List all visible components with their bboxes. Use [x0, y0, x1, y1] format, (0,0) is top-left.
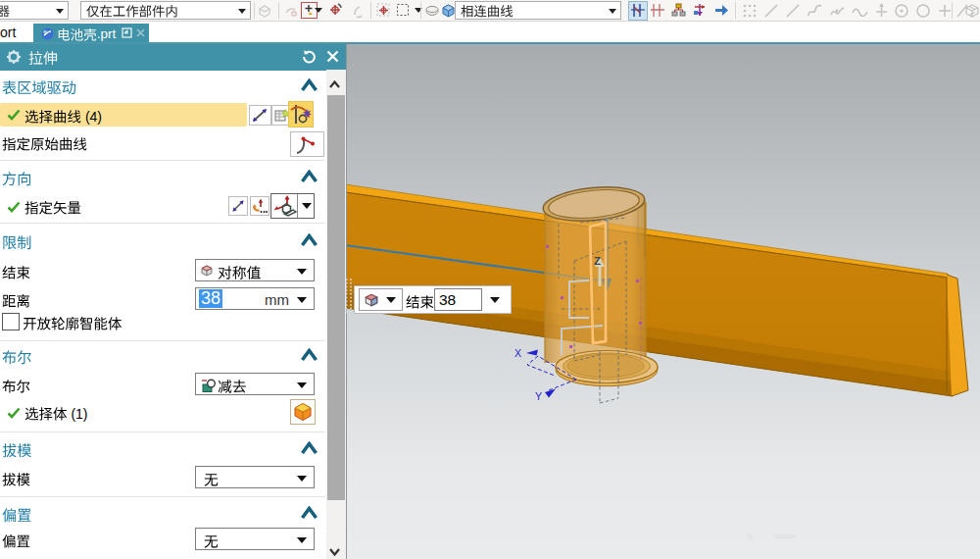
- svg-text:Z: Z: [594, 255, 601, 267]
- svg-text:Y: Y: [535, 390, 542, 402]
- svg-text:X: X: [514, 347, 521, 359]
